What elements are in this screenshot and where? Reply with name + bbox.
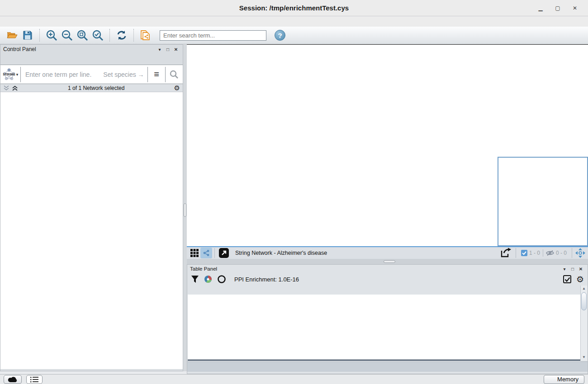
control-panel-tabs [0,54,183,65]
list-icon [30,376,38,383]
panel-undock-icon[interactable]: □ [569,267,577,272]
control-panel-title: Control Panel [3,46,36,52]
string-query-bar: STRING ▾ Enter one term per line. Set sp… [0,65,183,84]
export-arrow-icon [500,248,512,258]
vertical-splitter[interactable] [183,44,187,371]
navigate-cross-icon [575,248,585,258]
save-session-button[interactable] [20,28,35,42]
refresh-button[interactable] [114,28,129,42]
menu-bar [0,17,588,27]
share-icon [203,249,210,257]
panel-undock-icon[interactable]: □ [164,47,172,52]
gear-icon[interactable]: ⚙ [174,84,180,92]
window-title: Session: /tmp/enrichmentTest.cys [0,0,588,16]
export-network-icon [140,29,152,41]
collapse-all-icon[interactable] [3,85,10,91]
open-session-button[interactable] [5,28,20,42]
zoom-out-button[interactable] [59,28,75,42]
panel-close-icon[interactable]: ✕ [577,267,585,272]
hidden-count-badge: 0 - 0 [543,250,569,256]
main-toolbar: ? [0,27,588,44]
panel-float-icon[interactable]: ▾ [156,47,164,52]
zoom-out-icon [61,29,73,41]
minimize-button[interactable]: ▁ [532,0,549,16]
memory-label: Memory [557,376,579,383]
string-logo-button[interactable]: STRING ▾ [0,68,20,81]
zoom-in-button[interactable] [44,28,59,42]
ppi-enrichment-label: PPI Enrichment: 1.0E-16 [234,276,559,283]
string-search-button[interactable] [166,65,183,84]
network-view-toolbar: String Network - Alzheimer's disease 1 -… [187,246,588,259]
window-titlebar: Session: /tmp/enrichmentTest.cys ▁ ▢ ✕ [0,0,588,16]
expand-all-icon[interactable] [12,85,19,91]
memory-status-dot [550,377,555,382]
panel-float-icon[interactable]: ▾ [560,267,569,272]
control-panel: Control Panel ▾ □ ✕ STRING ▾ Enter one t… [0,44,183,371]
string-menu-button[interactable]: ≡ [148,65,165,84]
toolbar-separator [109,29,110,42]
task-list-button[interactable] [26,375,43,384]
grid-view-button[interactable] [189,248,200,258]
gear-icon[interactable]: ⚙ [576,275,584,284]
birds-eye-toggle-button[interactable] [574,248,586,258]
network-selection-bar: 1 of 1 Network selected ⚙ [0,84,183,92]
share-view-button[interactable] [200,248,212,258]
memory-button[interactable]: Memory [544,375,584,384]
network-tree [0,92,183,369]
horizontal-splitter[interactable] [187,259,588,264]
table-tabs [187,361,588,372]
save-icon [23,31,32,40]
string-term-input[interactable]: Enter one term per line. Set species → [21,71,147,78]
zoom-fit-button[interactable] [75,28,90,42]
status-bar: Memory [0,374,588,384]
zoom-selected-button[interactable] [90,28,105,42]
zoom-fit-icon [76,29,88,41]
network-selected-count: 1 of 1 Network selected [19,85,174,91]
enrichment-table [188,286,581,361]
ring-icon[interactable] [217,275,226,284]
network-view-title: String Network - Alzheimer's disease [235,250,498,256]
external-link-icon [218,248,229,258]
svg-text:STRING: STRING [3,73,15,76]
close-button[interactable]: ✕ [566,0,583,16]
table-vertical-scrollbar[interactable]: ▲ ▼ [580,286,587,361]
zoom-in-icon [46,29,57,41]
chevron-down-icon: ▾ [16,72,19,77]
grid-icon [190,249,199,257]
network-canvas[interactable] [187,44,588,246]
open-folder-icon [7,31,18,40]
splitter-grip[interactable] [384,260,395,263]
scroll-down-icon[interactable]: ▼ [581,354,587,361]
export-network-button[interactable] [138,28,153,42]
cloud-icon [8,376,18,383]
scroll-up-icon[interactable]: ▲ [581,286,587,292]
search-icon [170,70,179,79]
table-panel: Table Panel ▾ □ ✕ PPI Enrichment: 1.0E-1… [187,264,588,374]
birds-eye-view[interactable] [498,157,588,246]
help-button[interactable]: ? [275,30,285,41]
table-panel-title: Table Panel [190,266,217,272]
scrollbar-thumb[interactable] [581,292,587,310]
splitter-grip[interactable] [184,203,186,217]
toolbar-separator [133,29,134,42]
select-rows-checkbox-icon[interactable] [563,275,572,284]
toolbar-separator [39,29,40,42]
panel-close-icon[interactable]: ✕ [172,47,180,52]
selected-count-badge: 1 - 0 [518,250,543,256]
string-input-placeholder: Enter one term per line. [25,71,91,78]
set-species-label[interactable]: Set species → [103,71,144,78]
maximize-button[interactable]: ▢ [549,0,566,16]
open-in-browser-button[interactable] [217,248,231,258]
string-logo-icon: STRING [3,68,15,81]
search-input[interactable] [160,30,266,41]
eye-slash-icon [546,250,554,256]
cloud-button[interactable] [4,375,22,384]
selected-checkbox-icon[interactable] [521,250,527,256]
filter-icon[interactable] [191,275,199,283]
pie-chart-icon[interactable] [204,275,213,284]
refresh-icon [116,30,127,41]
zoom-selected-icon [92,29,104,41]
export-view-button[interactable] [498,248,513,258]
